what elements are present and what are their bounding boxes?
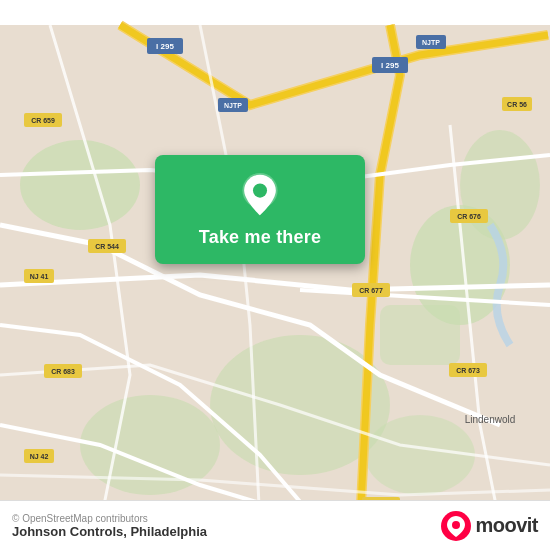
svg-text:I 295: I 295 xyxy=(381,61,399,70)
bottom-left: © OpenStreetMap contributors Johnson Con… xyxy=(12,513,207,539)
svg-text:CR 677: CR 677 xyxy=(359,287,383,294)
bottom-bar: © OpenStreetMap contributors Johnson Con… xyxy=(0,500,550,550)
svg-text:NJ 42: NJ 42 xyxy=(30,453,49,460)
svg-text:NJ 41: NJ 41 xyxy=(30,273,49,280)
svg-text:CR 673: CR 673 xyxy=(456,367,480,374)
svg-text:CR 544: CR 544 xyxy=(95,243,119,250)
svg-point-1 xyxy=(20,140,140,230)
location-pin-icon xyxy=(238,173,282,217)
attribution: © OpenStreetMap contributors xyxy=(12,513,207,524)
svg-point-7 xyxy=(365,415,475,495)
svg-text:CR 659: CR 659 xyxy=(31,117,55,124)
svg-point-5 xyxy=(460,130,540,240)
moovit-logo[interactable]: moovit xyxy=(441,511,538,541)
svg-text:NJTP: NJTP xyxy=(422,39,440,46)
cta-card[interactable]: Take me there xyxy=(155,155,365,264)
map-container: I 295 I 295 NJTP NJTP CR 659 CR 544 NJ 4… xyxy=(0,0,550,550)
svg-text:I 295: I 295 xyxy=(156,42,174,51)
svg-text:Lindenwold: Lindenwold xyxy=(465,414,516,425)
svg-point-40 xyxy=(452,521,460,529)
moovit-icon xyxy=(441,511,471,541)
map-svg: I 295 I 295 NJTP NJTP CR 659 CR 544 NJ 4… xyxy=(0,0,550,550)
svg-point-38 xyxy=(253,184,267,198)
location-label: Johnson Controls, Philadelphia xyxy=(12,524,207,539)
moovit-text: moovit xyxy=(475,514,538,537)
svg-rect-6 xyxy=(380,305,460,365)
svg-text:CR 683: CR 683 xyxy=(51,368,75,375)
svg-text:CR 676: CR 676 xyxy=(457,213,481,220)
svg-text:NJTP: NJTP xyxy=(224,102,242,109)
take-me-there-button[interactable]: Take me there xyxy=(199,227,321,248)
svg-text:CR 56: CR 56 xyxy=(507,101,527,108)
